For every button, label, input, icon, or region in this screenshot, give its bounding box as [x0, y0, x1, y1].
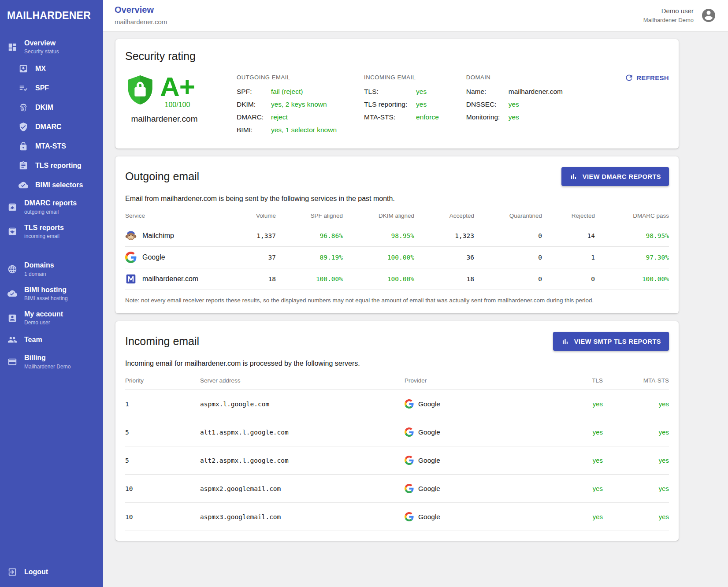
section-row-value: mailhardener.com: [509, 88, 563, 96]
cell-dmarc-pass: 97.30%: [595, 247, 669, 268]
page-subtitle: mailhardener.com: [115, 18, 167, 26]
cell-volume: 1,337: [219, 225, 276, 247]
logout-label: Logout: [24, 568, 48, 576]
cell-service: Google: [125, 247, 219, 268]
sidebar-item-team[interactable]: Team: [0, 330, 103, 349]
section-row-label: DMARC:: [237, 113, 271, 121]
cell-quarantined: 0: [474, 247, 542, 268]
provider-name: Google: [418, 513, 440, 521]
view-smtp-tls-reports-button[interactable]: VIEW SMTP TLS REPORTS: [553, 332, 669, 351]
sidebar-item-dkim[interactable]: DKIM: [0, 98, 103, 117]
section-heading: INCOMING EMAIL: [364, 74, 439, 81]
user-box: Demo user Mailhardener Demo: [643, 7, 717, 23]
sidebar-item-my-account[interactable]: My accountDemo user: [0, 306, 103, 330]
sidebar-item-tls-reporting[interactable]: TLS reporting: [0, 156, 103, 175]
cell-quarantined: 0: [474, 225, 542, 247]
incoming-email-card: Incoming email VIEW SMTP TLS REPORTS Inc…: [115, 321, 679, 541]
outgoing-email-note: Note: not every email receiver reports t…: [125, 297, 669, 304]
cell-dmarc-pass: 100.00%: [595, 268, 669, 290]
cell-spf-aligned: 100.00%: [276, 268, 343, 290]
section-row-label: DNSSEC:: [466, 100, 509, 108]
col-header-tls: TLS: [546, 372, 603, 390]
col-header-volume: Volume: [219, 207, 276, 225]
cell-provider: Google: [405, 390, 546, 418]
sidebar-item-label: TLS reports: [24, 224, 64, 232]
sidebar-item-sublabel: Mailhardener Demo: [24, 364, 71, 370]
sidebar-item-label: MTA-STS: [35, 142, 66, 150]
sidebar-item-billing[interactable]: BillingMailhardener Demo: [0, 349, 103, 374]
google-icon: [405, 484, 414, 493]
cell-priority: 1: [125, 390, 200, 418]
section-row-label: TLS:: [364, 88, 416, 96]
sidebar-item-label: DMARC reports: [24, 199, 77, 207]
cell-mta-sts: yes: [603, 418, 669, 446]
cell-quarantined: 0: [474, 268, 542, 290]
cell-server-address: aspmx.l.google.com: [200, 390, 405, 418]
sidebar-item-dmarc[interactable]: DMARC: [0, 117, 103, 137]
section-row: Name:mailhardener.com: [466, 88, 563, 96]
cell-rejected: 0: [542, 268, 595, 290]
col-header-quarantined: Quarantined: [474, 207, 542, 225]
sidebar-item-logout[interactable]: Logout: [0, 562, 103, 582]
credit-card-icon: [7, 357, 18, 367]
section-heading: OUTGOING EMAIL: [237, 74, 337, 81]
rating-sections: OUTGOING EMAILSPF:fail (reject)DKIM:yes,…: [237, 74, 590, 139]
incoming-email-description: Incoming email for mailhardener.com is p…: [125, 360, 669, 368]
sidebar-nav: OverviewSecurity statusMXSPFDKIMDMARCMTA…: [0, 35, 103, 562]
bar-chart-icon: [561, 337, 569, 346]
sidebar-item-dmarc-reports[interactable]: DMARC reportsoutgoing email: [0, 195, 103, 219]
sidebar-item-label: MX: [35, 65, 46, 73]
section-row-label: Name:: [466, 88, 509, 96]
cell-accepted: 1,323: [414, 225, 474, 247]
cell-tls: yes: [546, 390, 603, 418]
sidebar-item-spf[interactable]: SPF: [0, 78, 103, 98]
sidebar-item-sublabel: Security status: [24, 48, 59, 55]
outgoing-row: Google3789.19%100.00%360197.30%: [125, 247, 669, 268]
sidebar-item-tls-reports[interactable]: TLS reportsincoming email: [0, 219, 103, 244]
section-row: SPF:fail (reject): [237, 88, 337, 96]
mx-row: 5alt1.aspmx.l.google.comGoogleyesyes: [125, 418, 669, 446]
section-row-label: Monitoring:: [466, 113, 509, 121]
sidebar-item-domains[interactable]: Domains1 domain: [0, 257, 103, 281]
cell-volume: 18: [219, 268, 276, 290]
cell-dkim-aligned: 98.95%: [343, 225, 414, 247]
section-row-value: yes: [416, 100, 427, 108]
checklist-icon: [18, 83, 29, 93]
sidebar-item-sublabel: incoming email: [24, 233, 64, 239]
mailhardener-icon: [125, 273, 137, 285]
cell-dkim-aligned: 100.00%: [343, 268, 414, 290]
main-area: Overview mailhardener.com Demo user Mail…: [103, 0, 728, 587]
account-circle-icon[interactable]: [701, 7, 717, 23]
cell-mta-sts: yes: [603, 475, 669, 503]
view-dmarc-reports-button[interactable]: VIEW DMARC REPORTS: [561, 167, 669, 186]
security-rating-title: Security rating: [125, 50, 669, 63]
provider-name: Google: [418, 400, 440, 408]
sidebar-item-label: Domains: [24, 261, 54, 269]
sidebar-item-overview[interactable]: OverviewSecurity status: [0, 35, 103, 59]
outgoing-row: mailhardener.com18100.00%100.00%1800100.…: [125, 268, 669, 290]
sidebar-item-mta-sts[interactable]: MTA-STS: [0, 137, 103, 156]
rating-domain: mailhardener.com: [126, 114, 203, 124]
cell-provider: Google: [405, 475, 546, 503]
cell-tls: yes: [546, 446, 603, 475]
col-header-accepted: Accepted: [414, 207, 474, 225]
outgoing-row: Mailchimp1,33796.86%98.95%1,32301498.95%: [125, 225, 669, 247]
col-header-priority: Priority: [125, 372, 200, 390]
provider-name: Google: [418, 457, 440, 464]
globe-icon: [7, 264, 18, 275]
content-area: Security rating: [103, 32, 728, 549]
sidebar-item-mx[interactable]: MX: [0, 59, 103, 78]
dashboard-icon: [7, 42, 18, 52]
cell-rejected: 1: [542, 247, 595, 268]
mx-row: 10aspmx3.googlemail.comGoogleyesyes: [125, 503, 669, 531]
cell-dkim-aligned: 100.00%: [343, 247, 414, 268]
security-score: 100/100: [160, 101, 195, 109]
cell-server-address: alt1.aspmx.l.google.com: [200, 418, 405, 446]
sidebar-item-bimi-hosting[interactable]: BIMI hostingBIMI asset hosting: [0, 282, 103, 306]
sidebar-item-bimi-selectors[interactable]: BIMI selectors: [0, 175, 103, 195]
service-name: Mailchimp: [142, 232, 174, 240]
provider-name: Google: [418, 428, 440, 436]
refresh-button[interactable]: REFRESH: [624, 73, 669, 82]
app-logo: MAILHARDENER: [0, 0, 103, 35]
cell-rejected: 14: [542, 225, 595, 247]
